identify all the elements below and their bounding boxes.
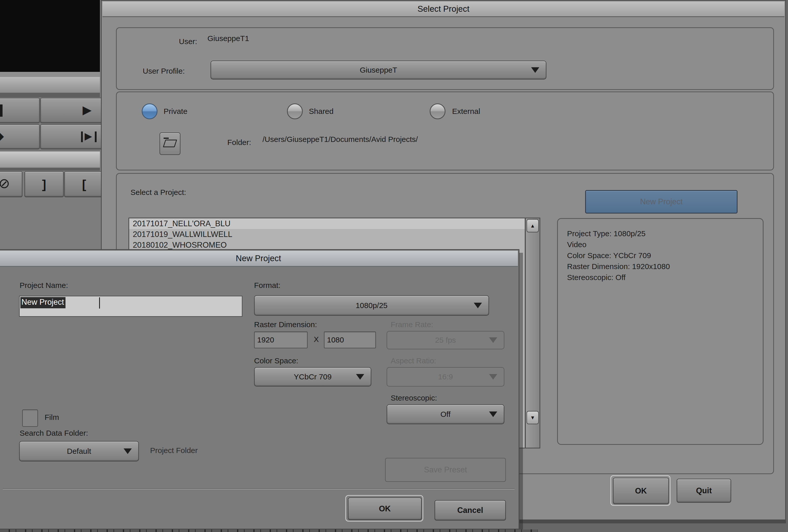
np-ok-button-label: OK: [379, 504, 391, 513]
project-list-scrollbar[interactable]: ▲ ▼: [525, 218, 540, 449]
transport-button-reverse[interactable]: ◆: [0, 124, 40, 149]
chevron-down-icon: [489, 412, 497, 417]
aspect-ratio-value: 16:9: [438, 373, 453, 381]
new-project-title: New Project: [236, 254, 281, 263]
list-item[interactable]: 20180102_WHOSROMEO: [129, 240, 525, 251]
raster-x-separator: X: [314, 335, 319, 344]
project-info-line: Project Type: 1080p/25: [567, 228, 763, 239]
project-info-line: Stereoscopic: Off: [567, 272, 763, 283]
ok-default-ring: OK: [610, 475, 671, 506]
new-project-button-label: New Project: [640, 197, 683, 206]
radio-external[interactable]: [430, 103, 446, 119]
user-label: User:: [179, 37, 197, 46]
color-space-label: Color Space:: [254, 356, 298, 365]
left-bar-icon: [81, 132, 83, 142]
mark-in-button[interactable]: [: [64, 171, 104, 197]
folder-icon: [164, 138, 169, 139]
scroll-down-button[interactable]: ▼: [527, 411, 539, 424]
quit-button-label: Quit: [696, 486, 712, 495]
np-ok-default-ring: OK: [345, 495, 423, 521]
select-project-titlebar[interactable]: Select Project: [102, 2, 784, 17]
aspect-ratio-label: Aspect Ratio:: [391, 356, 436, 365]
aspect-ratio-dropdown: 16:9: [387, 367, 504, 387]
color-space-dropdown[interactable]: YCbCr 709: [254, 367, 371, 387]
user-section: User: GiuseppeT1 User Profile: GiuseppeT: [116, 27, 774, 90]
frame-rate-value: 25 fps: [435, 336, 456, 344]
transport-button-partial[interactable]: [0, 98, 40, 123]
toolbar-spacer: [0, 151, 100, 168]
list-item[interactable]: 20171017_NELL'ORA_BLU: [129, 218, 525, 229]
radio-shared[interactable]: [287, 103, 303, 119]
search-data-folder-dropdown[interactable]: Default: [19, 441, 139, 461]
location-section: Private Shared External Folder: /Users/G…: [116, 92, 774, 171]
monitor-bottom-band: [0, 72, 100, 77]
save-preset-button: Save Preset: [385, 458, 506, 482]
folder-path: /Users/GiuseppeT1/Documents/Avid Project…: [262, 135, 418, 144]
ok-button[interactable]: OK: [613, 478, 669, 504]
video-monitor: [0, 0, 100, 72]
divider: [3, 489, 515, 490]
mark-out-icon: ]: [42, 177, 46, 191]
play-in-to-out-button[interactable]: ▶: [40, 124, 104, 149]
select-a-project-label: Select a Project:: [131, 188, 186, 197]
radio-private-label: Private: [164, 107, 187, 116]
chevron-down-icon: [489, 337, 497, 343]
stereoscopic-value: Off: [440, 410, 450, 419]
project-name-label: Project Name:: [20, 281, 68, 290]
new-project-titlebar[interactable]: New Project: [0, 251, 518, 267]
separator: [0, 93, 100, 97]
format-label: Format:: [254, 281, 280, 290]
new-project-dialog: New Project Project Name: New Project Fo…: [0, 249, 519, 529]
format-dropdown[interactable]: 1080p/25: [254, 295, 489, 316]
chevron-down-icon: [531, 67, 539, 73]
play-icon-small: ▶: [85, 131, 92, 142]
play-button[interactable]: ▶: [40, 98, 104, 123]
user-profile-value: GiuseppeT: [360, 66, 397, 74]
select-project-title: Select Project: [417, 4, 469, 14]
np-ok-button[interactable]: OK: [348, 498, 422, 520]
raster-height-field[interactable]: 1080: [324, 332, 376, 348]
frame-rate-label: Frame Rate:: [391, 320, 433, 329]
project-info-panel: Project Type: 1080p/25 Video Color Space…: [557, 218, 764, 445]
separator: [0, 168, 100, 171]
search-data-folder-label: Search Data Folder:: [20, 429, 88, 437]
folder-label: Folder:: [227, 138, 251, 147]
project-info-line: Raster Dimension: 1920x1080: [567, 261, 763, 272]
raster-width-field[interactable]: 1920: [254, 332, 308, 348]
raster-width-value: 1920: [257, 336, 274, 344]
clipped-text-strip: [0, 529, 538, 532]
color-space-value: YCbCr 709: [294, 373, 332, 381]
film-checkbox[interactable]: [22, 410, 38, 427]
project-info-line: Video: [567, 239, 763, 250]
project-name-input[interactable]: New Project: [19, 296, 242, 317]
np-cancel-button[interactable]: Cancel: [435, 500, 506, 520]
chevron-down-icon: [489, 374, 497, 380]
scroll-down-icon: ▼: [530, 415, 535, 421]
browse-folder-button[interactable]: [160, 133, 180, 155]
quit-button[interactable]: Quit: [677, 479, 731, 503]
project-folder-label: Project Folder: [150, 446, 198, 455]
vertical-bar-icon: [0, 104, 3, 117]
play-icon: ▶: [83, 103, 92, 117]
ok-button-label: OK: [635, 486, 647, 496]
mark-out-button[interactable]: ]: [24, 171, 64, 197]
clear-marks-button[interactable]: ⊘: [0, 171, 22, 197]
clear-marks-icon: ⊘: [0, 175, 10, 191]
new-project-button[interactable]: New Project: [585, 190, 737, 214]
user-value: GiuseppeT1: [208, 34, 249, 43]
list-item[interactable]: 20171019_WALLWILLWELL: [129, 229, 525, 240]
scroll-up-button[interactable]: ▲: [527, 219, 539, 232]
user-profile-dropdown[interactable]: GiuseppeT: [211, 61, 546, 79]
radio-private[interactable]: [142, 103, 157, 119]
stereoscopic-label: Stereoscopic:: [391, 394, 437, 402]
chevron-down-icon: [356, 374, 364, 380]
monitor-gradient-band: [0, 77, 100, 93]
raster-dimension-label: Raster Dimension:: [254, 320, 317, 329]
chevron-down-icon: [474, 303, 482, 308]
scroll-up-icon: ▲: [530, 223, 535, 229]
raster-height-value: 1080: [327, 336, 344, 344]
stereoscopic-dropdown[interactable]: Off: [387, 405, 504, 424]
save-preset-label: Save Preset: [424, 465, 467, 474]
frame-rate-dropdown: 25 fps: [387, 331, 504, 349]
background-app-panel: ▶ ◆ ▶ ⊘ ] [: [0, 0, 101, 250]
